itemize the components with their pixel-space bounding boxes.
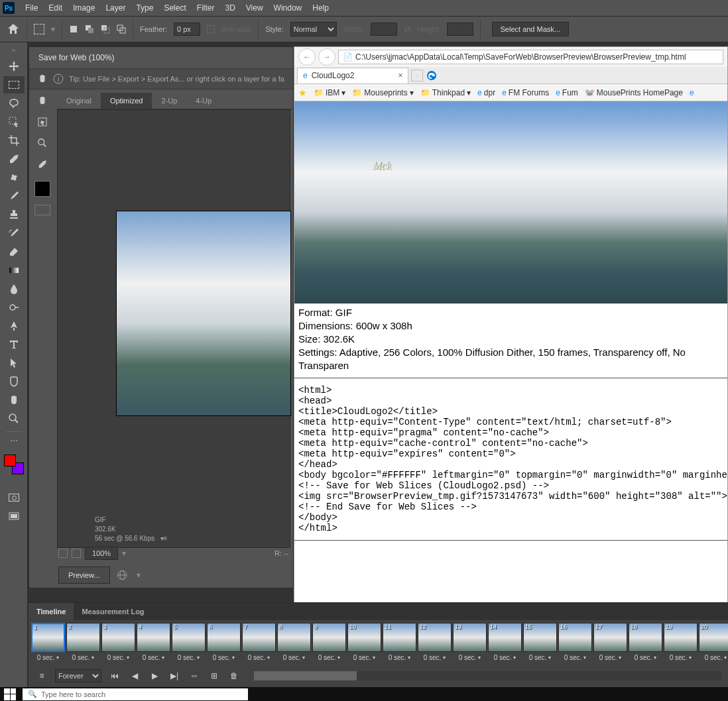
timeline-frame[interactable]: 40 sec. bbox=[137, 623, 170, 663]
frame-duration[interactable]: 0 sec. bbox=[418, 652, 452, 663]
close-tab-icon[interactable]: × bbox=[398, 71, 402, 80]
tab-4up[interactable]: 4-Up bbox=[186, 93, 221, 109]
bookmark-dpr[interactable]: edpr bbox=[477, 88, 495, 97]
checkbox-icon[interactable] bbox=[58, 549, 68, 558]
timeline-frame[interactable]: 20 sec. bbox=[66, 623, 100, 663]
timeline-frame[interactable]: 70 sec. bbox=[242, 623, 276, 663]
checkbox2-icon[interactable] bbox=[72, 549, 81, 558]
screenmode-tool[interactable] bbox=[3, 508, 25, 525]
forward-button[interactable]: → bbox=[318, 48, 335, 66]
frame-duration[interactable]: 0 sec. bbox=[31, 652, 65, 663]
timeline-frame[interactable]: 180 sec. bbox=[629, 623, 662, 663]
bookmark-mphome[interactable]: 🐭MousePrints HomePage bbox=[585, 88, 683, 97]
brush-tool[interactable] bbox=[3, 188, 25, 205]
timeline-frame[interactable]: 160 sec. bbox=[558, 623, 592, 663]
add-selection-icon[interactable] bbox=[85, 25, 94, 34]
frame-duration[interactable]: 0 sec. bbox=[172, 652, 206, 663]
timeline-frame[interactable]: 60 sec. bbox=[207, 623, 241, 663]
edge-icon[interactable] bbox=[426, 70, 438, 81]
zoom-icon[interactable] bbox=[33, 135, 52, 152]
menu-select[interactable]: Select bbox=[158, 0, 191, 16]
menu-image[interactable]: Image bbox=[68, 0, 100, 16]
taskbar-search[interactable]: 🔍 Type here to search bbox=[23, 688, 248, 700]
quickmask-tool[interactable] bbox=[3, 489, 25, 506]
dodge-tool[interactable] bbox=[3, 299, 25, 316]
tab-optimized[interactable]: Optimized bbox=[101, 93, 152, 109]
timeline-frame[interactable]: 30 sec. bbox=[101, 623, 135, 663]
frame-duration[interactable]: 0 sec. bbox=[242, 652, 276, 663]
timeline-frame[interactable]: 150 sec. bbox=[523, 623, 557, 663]
bookmark-thinkpad[interactable]: 📁Thinkpad ▾ bbox=[420, 88, 471, 97]
next-frame-icon[interactable]: ▶| bbox=[168, 669, 181, 682]
type-tool[interactable] bbox=[3, 336, 25, 353]
pen-tool[interactable] bbox=[3, 317, 25, 335]
tab-timeline[interactable]: Timeline bbox=[29, 603, 74, 620]
lasso-tool[interactable] bbox=[3, 95, 25, 112]
frame-duration[interactable]: 0 sec. bbox=[312, 652, 346, 663]
menu-view[interactable]: View bbox=[241, 0, 269, 16]
hand-tool-icon[interactable] bbox=[33, 92, 52, 109]
timeline-scrollbar[interactable] bbox=[254, 671, 721, 680]
quick-select-tool[interactable] bbox=[3, 113, 25, 131]
new-tab-button[interactable]: ▫ bbox=[411, 70, 423, 81]
move-tool[interactable] bbox=[3, 58, 25, 75]
tab-measurement-log[interactable]: Measurement Log bbox=[74, 603, 152, 620]
shape-tool[interactable] bbox=[3, 373, 25, 390]
marquee-tool[interactable] bbox=[3, 76, 25, 93]
bookmark-fmforums[interactable]: eFM Forums bbox=[502, 88, 549, 97]
timeline-frame[interactable]: 90 sec. bbox=[312, 623, 346, 663]
frame-duration[interactable]: 0 sec. bbox=[101, 652, 135, 663]
bookmark-more[interactable]: e bbox=[690, 88, 694, 97]
menu-help[interactable]: Help bbox=[307, 0, 334, 16]
tween-icon[interactable]: ▫▫ bbox=[188, 669, 201, 682]
timeline-frame[interactable]: 100 sec. bbox=[347, 623, 381, 663]
frame-duration[interactable]: 0 sec. bbox=[523, 652, 557, 663]
frame-duration[interactable]: 0 sec. bbox=[277, 652, 311, 663]
frame-duration[interactable]: 0 sec. bbox=[593, 652, 627, 663]
frame-duration[interactable]: 0 sec. bbox=[137, 652, 170, 663]
frame-duration[interactable]: 0 sec. bbox=[383, 652, 416, 663]
menu-3d[interactable]: 3D bbox=[219, 0, 240, 16]
eyedropper-tool[interactable] bbox=[3, 150, 25, 168]
bookmark-mouseprints[interactable]: 📁Mouseprints ▾ bbox=[352, 88, 413, 97]
intersect-selection-icon[interactable] bbox=[117, 25, 126, 34]
loop-select[interactable]: Forever bbox=[55, 669, 101, 682]
preview-image[interactable] bbox=[116, 211, 291, 416]
tab-original[interactable]: Original bbox=[57, 93, 101, 109]
frame-duration[interactable]: 0 sec. bbox=[347, 652, 381, 663]
menu-layer[interactable]: Layer bbox=[100, 0, 131, 16]
address-bar[interactable]: 📄 C:\Users\jjmac\AppData\Local\Temp\Save… bbox=[338, 50, 723, 64]
slice-visibility-icon[interactable] bbox=[34, 205, 50, 215]
tab-2up[interactable]: 2-Up bbox=[152, 93, 186, 109]
healing-tool[interactable] bbox=[3, 169, 25, 186]
zoom-input[interactable] bbox=[85, 547, 118, 560]
timeline-frame[interactable]: 190 sec. bbox=[664, 623, 698, 663]
home-icon[interactable] bbox=[7, 23, 20, 36]
blur-tool[interactable] bbox=[3, 280, 25, 297]
stamp-tool[interactable] bbox=[3, 206, 25, 223]
marquee-icon[interactable] bbox=[34, 24, 44, 34]
path-select-tool[interactable] bbox=[3, 354, 25, 372]
new-selection-icon[interactable] bbox=[69, 25, 78, 34]
frame-duration[interactable]: 0 sec. bbox=[66, 652, 100, 663]
style-select[interactable]: Normal bbox=[290, 22, 337, 36]
frame-duration[interactable]: 0 sec. bbox=[207, 652, 241, 663]
frame-duration[interactable]: 0 sec. bbox=[699, 652, 728, 663]
timeline-frame[interactable]: 140 sec. bbox=[488, 623, 522, 663]
frame-duration[interactable]: 0 sec. bbox=[664, 652, 698, 663]
bookmark-ibm[interactable]: 📁IBM ▾ bbox=[314, 88, 345, 97]
browser-preview-icon[interactable] bbox=[117, 568, 130, 582]
crop-tool[interactable] bbox=[3, 132, 25, 149]
frame-duration[interactable]: 0 sec. bbox=[558, 652, 592, 663]
timeline-frame[interactable]: 200 sec. bbox=[699, 623, 728, 663]
eraser-tool[interactable] bbox=[3, 243, 25, 260]
menu-file[interactable]: File bbox=[20, 0, 43, 16]
feather-input[interactable] bbox=[174, 23, 200, 36]
gradient-tool[interactable] bbox=[3, 262, 25, 279]
timeline-frame[interactable]: 50 sec. bbox=[172, 623, 206, 663]
menu-filter[interactable]: Filter bbox=[192, 0, 220, 16]
eyedropper-color[interactable] bbox=[34, 181, 50, 197]
history-brush-tool[interactable] bbox=[3, 225, 25, 242]
frame-duration[interactable]: 0 sec. bbox=[629, 652, 662, 663]
timeline-frame[interactable]: 110 sec. bbox=[383, 623, 416, 663]
